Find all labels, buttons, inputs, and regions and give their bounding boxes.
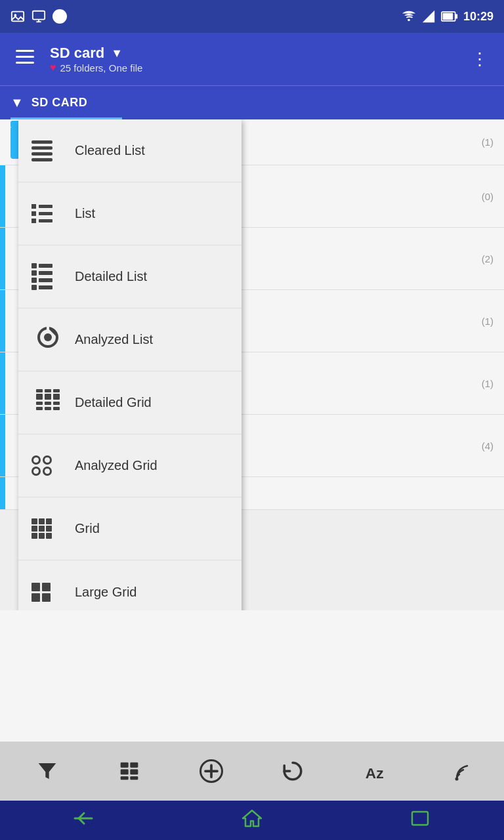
menu-item-list[interactable]: List — [18, 182, 242, 245]
svg-rect-20 — [45, 394, 51, 400]
svg-rect-12 — [16, 62, 34, 64]
svg-rect-29 — [121, 763, 129, 768]
svg-rect-30 — [130, 763, 138, 768]
detailed-grid-icon — [32, 389, 64, 416]
app-bar-title-row[interactable]: SD card ▼ — [50, 45, 455, 62]
svg-rect-11 — [16, 56, 34, 58]
menu-item-detailed-list[interactable]: Detailed List — [18, 245, 242, 308]
image-status-icon — [10, 9, 25, 24]
grid-view-button[interactable] — [103, 748, 156, 794]
side-indicator — [0, 352, 5, 414]
menu-item-analyzed-list-label: Analyzed List — [75, 332, 153, 347]
recent-nav-button[interactable] — [395, 803, 445, 839]
heart-icon: ♥ — [50, 62, 56, 74]
cleared-list-icon — [32, 140, 64, 161]
side-indicator — [0, 415, 5, 476]
svg-rect-31 — [121, 769, 129, 774]
svg-rect-23 — [45, 402, 51, 405]
svg-rect-19 — [36, 394, 43, 400]
side-indicator — [0, 290, 5, 352]
side-indicator — [0, 165, 5, 227]
svg-rect-15 — [47, 327, 49, 331]
svg-rect-9 — [443, 13, 453, 20]
app-bar-subtitle: ♥ 25 folders, One file — [50, 62, 455, 74]
svg-rect-17 — [45, 389, 51, 392]
detailed-list-icon — [32, 263, 64, 290]
filter-button[interactable] — [21, 748, 74, 794]
svg-rect-10 — [16, 50, 34, 52]
svg-rect-32 — [130, 769, 138, 774]
svg-text:Az: Az — [366, 765, 384, 782]
menu-item-analyzed-list[interactable]: Analyzed List — [18, 308, 242, 371]
svg-rect-25 — [36, 407, 43, 410]
side-indicator — [0, 228, 5, 289]
view-mode-dropdown: Cleared List List — [18, 119, 242, 610]
menu-item-detailed-grid-label: Detailed Grid — [75, 395, 152, 410]
menu-item-large-grid-label: Large Grid — [75, 585, 137, 600]
status-time: 10:29 — [463, 10, 494, 24]
row-count-2: (1) — [482, 316, 494, 327]
status-bar: 10:29 — [0, 0, 504, 33]
svg-rect-8 — [455, 14, 457, 19]
menu-item-large-grid[interactable]: Large Grid — [18, 560, 242, 610]
monitor-status-icon — [32, 9, 46, 24]
svg-rect-24 — [53, 402, 60, 405]
nav-bar — [0, 801, 504, 840]
menu-item-analyzed-grid-label: Analyzed Grid — [75, 458, 158, 473]
menu-item-detailed-list-label: Detailed List — [75, 269, 147, 284]
menu-item-list-label: List — [75, 206, 95, 221]
app-bar-title-area: SD card ▼ ♥ 25 folders, One file — [50, 45, 455, 74]
breadcrumb-text: SD CARD — [32, 96, 88, 110]
large-grid-icon — [32, 583, 64, 602]
svg-rect-34 — [130, 776, 138, 780]
cast-button[interactable] — [430, 748, 483, 794]
svg-rect-18 — [53, 389, 60, 392]
app-bar-title: SD card — [50, 45, 104, 62]
svg-rect-40 — [412, 812, 428, 825]
svg-marker-28 — [39, 763, 56, 779]
status-bar-right-icons: 10:29 — [402, 9, 494, 24]
grid-icon — [32, 518, 64, 539]
svg-rect-2 — [33, 11, 45, 20]
svg-point-5 — [408, 19, 410, 22]
overflow-menu-button[interactable]: ⋮ — [466, 44, 494, 75]
app-bar-subtitle-text: 25 folders, One file — [60, 62, 143, 74]
menu-item-cleared-list[interactable]: Cleared List — [18, 119, 242, 182]
title-dropdown-arrow-icon: ▼ — [111, 47, 123, 60]
svg-rect-26 — [45, 407, 51, 410]
add-button[interactable] — [185, 748, 238, 794]
app-bar: SD card ▼ ♥ 25 folders, One file ⋮ — [0, 33, 504, 85]
menu-item-grid[interactable]: Grid — [18, 497, 242, 560]
row-count-4: (4) — [482, 440, 494, 452]
sort-button[interactable]: Az — [348, 748, 401, 794]
menu-item-detailed-grid[interactable]: Detailed Grid — [18, 371, 242, 434]
analyzed-grid-icon — [32, 455, 64, 476]
svg-rect-27 — [53, 407, 60, 410]
row-count-0: (0) — [482, 191, 494, 202]
analyzed-list-icon — [32, 326, 64, 353]
svg-rect-33 — [121, 776, 129, 780]
menu-item-analyzed-grid[interactable]: Analyzed Grid — [18, 434, 242, 497]
svg-point-39 — [455, 778, 458, 781]
breadcrumb-expand-icon[interactable]: ▼ — [10, 95, 24, 110]
back-nav-button[interactable] — [59, 804, 109, 837]
battery-status-icon — [441, 9, 458, 24]
svg-rect-16 — [36, 389, 43, 392]
hamburger-button[interactable] — [10, 45, 39, 74]
breadcrumb-bar: ▼ SD CARD — [0, 85, 504, 119]
list-icon — [32, 204, 64, 223]
home-nav-button[interactable] — [227, 803, 277, 839]
folder-count: (1) — [482, 136, 494, 148]
refresh-button[interactable] — [266, 748, 319, 794]
row-count-1: (2) — [482, 253, 494, 264]
svg-rect-21 — [53, 394, 60, 400]
status-bar-left-icons — [10, 9, 67, 24]
bottom-toolbar: Az — [0, 742, 504, 801]
main-content: !ReadyToFlash (1) (0) (2) (1) (1) (4) — [0, 119, 504, 610]
svg-marker-6 — [423, 10, 434, 22]
svg-rect-0 — [12, 12, 24, 22]
menu-item-cleared-list-label: Cleared List — [75, 143, 145, 158]
signal-status-icon — [421, 9, 436, 24]
wifi-status-icon — [402, 9, 416, 24]
side-indicator — [0, 477, 5, 509]
